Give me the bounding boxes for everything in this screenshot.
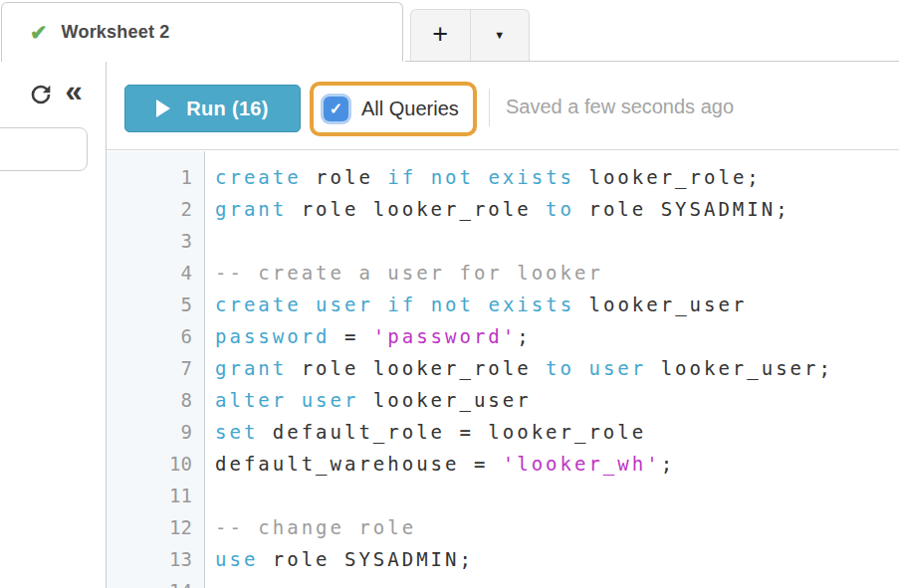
plus-icon: +: [432, 21, 448, 48]
worksheet-tab-actions: + ▼: [410, 9, 530, 61]
code-text: -- create a user for looker: [205, 257, 603, 289]
code-text: grant role looker_role to role SYSADMIN;: [205, 193, 790, 225]
refresh-button[interactable]: [27, 81, 55, 108]
code-text: password = 'password';: [205, 320, 532, 352]
line-number: 12: [107, 511, 205, 543]
code-text: use role SYSADMIN;: [205, 543, 474, 575]
all-queries-highlight: ✓ All Queries: [310, 82, 477, 136]
worksheet-menu-button[interactable]: ▼: [471, 10, 530, 61]
code-line[interactable]: 10default_warehouse = 'looker_wh';: [107, 448, 899, 480]
code-text: create role if not exists looker_role;: [205, 161, 762, 193]
all-queries-checkbox[interactable]: ✓: [324, 97, 348, 121]
toolbar-divider: [489, 89, 490, 126]
line-number: 14: [107, 575, 205, 588]
tabbar-divider: [405, 61, 899, 62]
code-line[interactable]: 14: [107, 575, 899, 588]
line-number: 9: [107, 416, 205, 448]
new-worksheet-button[interactable]: +: [411, 10, 471, 61]
code-text: -- change role: [205, 511, 416, 543]
line-number: 11: [107, 480, 205, 511]
line-number: 6: [107, 320, 205, 352]
code-text: [205, 480, 215, 511]
line-number: 1: [107, 161, 205, 193]
code-line[interactable]: 1create role if not exists looker_role;: [107, 161, 899, 193]
code-text: alter user looker_user: [205, 384, 532, 416]
worksheet-tab-label: Worksheet 2: [62, 22, 170, 43]
code-text: grant role looker_role to user looker_us…: [205, 352, 833, 384]
line-number: 4: [107, 257, 205, 289]
code-text: [205, 225, 215, 257]
code-text: create user if not exists looker_user: [205, 289, 747, 320]
code-line[interactable]: 6password = 'password';: [107, 320, 899, 352]
refresh-icon: [27, 81, 55, 108]
sidebar-search-box[interactable]: [0, 127, 88, 171]
code-text: set default_role = looker_role: [205, 416, 646, 448]
code-line[interactable]: 5create user if not exists looker_user: [107, 289, 899, 320]
line-number: 13: [107, 543, 205, 575]
code-line[interactable]: 4-- create a user for looker: [107, 257, 899, 289]
code-line[interactable]: 11: [107, 480, 899, 511]
run-button[interactable]: Run (16): [124, 85, 301, 132]
line-number: 10: [107, 448, 205, 480]
code-text: [205, 575, 215, 588]
code-line[interactable]: 2grant role looker_role to role SYSADMIN…: [107, 193, 899, 225]
line-number: 5: [107, 289, 205, 320]
caret-down-icon: ▼: [494, 30, 505, 41]
code-line[interactable]: 3: [107, 225, 899, 257]
run-button-label: Run (16): [186, 98, 268, 120]
check-icon: ✓: [330, 101, 342, 117]
code-lines[interactable]: 1create role if not exists looker_role;2…: [107, 161, 899, 588]
code-line[interactable]: 13use role SYSADMIN;: [107, 543, 899, 575]
line-number: 8: [107, 384, 205, 416]
line-number: 2: [107, 193, 205, 225]
code-line[interactable]: 9set default_role = looker_role: [107, 416, 899, 448]
saved-check-icon: ✔: [30, 21, 48, 45]
code-line[interactable]: 7grant role looker_role to user looker_u…: [107, 352, 899, 384]
code-line[interactable]: 12-- change role: [107, 511, 899, 543]
sql-editor[interactable]: 1create role if not exists looker_role;2…: [107, 149, 899, 588]
all-queries-label[interactable]: All Queries: [361, 98, 459, 120]
tab-worksheet-2[interactable]: ✔ Worksheet 2: [1, 2, 403, 62]
code-text: default_warehouse = 'looker_wh';: [205, 448, 675, 480]
double-chevron-left-icon: «: [65, 74, 82, 108]
line-number: 3: [107, 225, 205, 257]
play-icon: [156, 99, 170, 117]
line-number: 7: [107, 352, 205, 384]
saved-status: Saved a few seconds ago: [506, 96, 734, 118]
collapse-sidebar-button[interactable]: «: [57, 72, 91, 111]
code-line[interactable]: 8alter user looker_user: [107, 384, 899, 416]
